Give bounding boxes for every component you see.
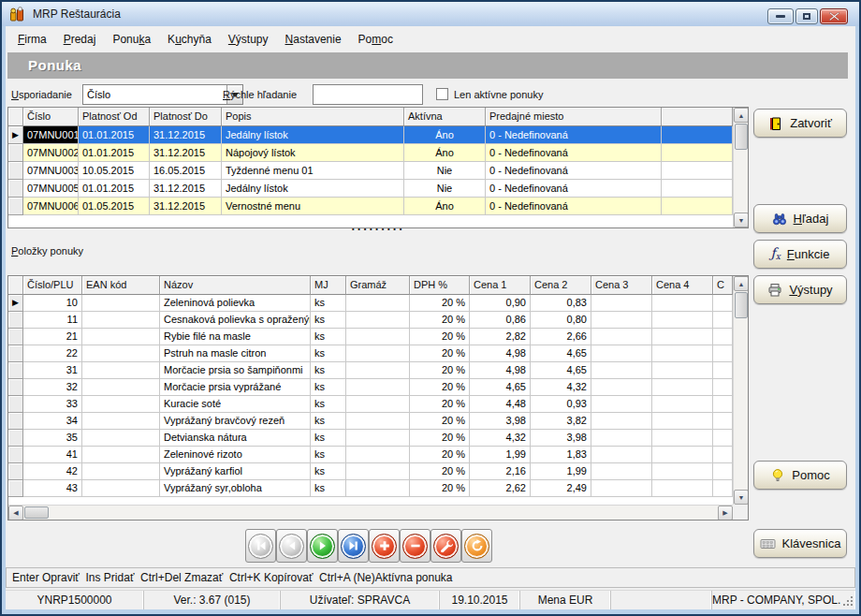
row-selector-cell [8,144,23,162]
grid-cell: 0 - Nedefinovaná [486,162,662,180]
row-selector-header [8,108,23,126]
refresh-record-button[interactable] [461,529,492,563]
scrollbar-arrow-left-icon[interactable]: ◀ [8,506,23,521]
grid-cell: 2,16 [470,463,531,480]
close-button[interactable]: Zatvoriť [753,109,847,138]
help-button[interactable]: Pomoc [753,461,847,490]
grid-row[interactable]: ▶10Zeleninová polievkaks20 %0,900,83 [8,295,748,312]
splitter-handle[interactable] [7,225,749,238]
last-record-button[interactable] [338,529,369,563]
menu-item-ponuka[interactable]: Ponuka [104,29,159,50]
grid-cell [591,379,652,396]
grid-row[interactable]: 35Detvianska náturaks20 %4,323,98 [8,430,748,447]
scrollbar-thumb[interactable] [24,506,49,519]
grid-cell: 31.12.2015 [150,198,222,215]
column-header[interactable]: EAN kód [82,276,160,295]
column-header[interactable]: Platnosť Od [79,108,150,126]
column-header[interactable]: Platnosť Do [150,108,222,126]
scrollbar-arrow-up-icon[interactable]: ▲ [734,276,749,291]
vertical-scrollbar[interactable]: ▲▼ [733,276,748,505]
column-header[interactable]: Číslo/PLU [23,276,82,295]
grid-row[interactable]: 07MNU00310.05.201516.05.2015Tyždenné men… [8,162,748,180]
grid-cell: ks [311,463,346,480]
search-button[interactable]: Hľadaj [753,204,847,233]
column-header[interactable]: Gramáž [346,276,410,295]
grid-cell: 20 % [410,447,470,463]
grid-cell [346,379,410,396]
grid-cell: 4,98 [470,345,531,362]
vertical-scrollbar[interactable]: ▲▼ [733,108,748,227]
edit-record-button[interactable] [430,529,461,563]
horizontal-scrollbar[interactable]: ◀▶ [8,505,733,520]
next-record-button[interactable] [307,529,338,563]
scrollbar-arrow-right-icon[interactable]: ▶ [718,506,733,521]
sort-combobox[interactable]: Číslo [82,84,243,105]
grid-row[interactable]: 41Zeleninové rizotoks20 %1,991,83 [8,447,748,463]
menu-item-pomoc[interactable]: Pomoc [350,29,401,50]
menu-item-vystupy[interactable]: Výstupy [220,29,277,50]
insert-record-button[interactable] [369,529,400,563]
column-header[interactable]: MJ [311,276,346,295]
grid-cell [346,447,410,463]
column-header[interactable]: Aktívna [404,108,486,126]
grid-cell [346,362,410,379]
quick-search-label: Rýchle hľadanie [223,84,297,105]
grid-row[interactable]: 31Morčacie prsia so šampiňonmiks20 %4,98… [8,362,748,379]
grid-row[interactable]: 07MNU00501.01.201531.12.2015Jedálny líst… [8,180,748,198]
grid-cell: 31.12.2015 [150,144,222,162]
grid-row[interactable]: ▶07MNU00101.01.201531.12.2015Jedálny lís… [8,126,748,144]
menu-item-predaj[interactable]: Predaj [55,29,105,50]
scrollbar-thumb[interactable] [735,124,748,150]
grid-row[interactable]: 33Kuracie sotéks20 %4,480,93 [8,396,748,413]
grid-row[interactable]: 07MNU00601.05.201531.12.2015Vernostné me… [8,198,748,215]
grid-row[interactable]: 21Rybie filé na masleks20 %2,822,66 [8,329,748,345]
grid-cell: 34 [23,413,82,430]
column-header[interactable]: Názov [160,276,311,295]
scrollbar-thumb[interactable] [735,292,748,318]
active-only-checkbox[interactable] [436,88,448,100]
column-header[interactable]: Predajné miesto [486,108,662,126]
grid-cell: 2,66 [531,329,591,345]
grid-cell [346,345,410,362]
menu-item-kuchyna[interactable]: Kuchyňa [159,29,220,50]
grid-row[interactable]: 22Pstruh na masle citronks20 %4,984,65 [8,345,748,362]
column-header[interactable]: Číslo [23,108,79,126]
column-header[interactable]: Popis [222,108,404,126]
first-record-icon [248,534,273,559]
scrollbar-arrow-down-icon[interactable]: ▼ [734,490,749,505]
menu-item-firma[interactable]: Firma [9,29,55,50]
grid-cell: 10.05.2015 [79,162,150,180]
column-header[interactable]: Cena 2 [531,276,591,295]
scrollbar-arrow-up-icon[interactable]: ▲ [734,108,749,123]
column-header[interactable]: Cena 3 [591,276,652,295]
column-header[interactable]: DPH % [410,276,470,295]
grid-row[interactable]: 32Morčacie prsia vyprážanéks20 %4,654,32 [8,379,748,396]
keyboard-button[interactable]: Klávesnica [753,529,847,558]
outputs-button[interactable]: Výstupy [753,275,847,304]
grid-row[interactable]: 11Cesnaková polievka s opraženýmks20 %0,… [8,312,748,329]
grid-row[interactable]: 42Vyprážaný karfiolks20 %2,161,99 [8,463,748,480]
restore-button[interactable] [795,8,818,24]
grid-cell [591,463,652,480]
grid-row[interactable]: 34Vyprážaný bravčový rezeňks20 %3,983,82 [8,413,748,430]
grid-row[interactable]: 07MNU00201.01.201531.12.2015Nápojový lís… [8,144,748,162]
grid-cell: 0,90 [470,295,531,312]
grid-row[interactable]: 43Vyprážaný syr,oblohaks20 %2,622,49 [8,480,748,497]
row-selector-cell [8,162,23,180]
delete-record-button[interactable] [400,529,430,563]
column-header[interactable]: C [713,276,733,295]
grid-cell [713,362,733,379]
column-header[interactable]: Cena 1 [470,276,531,295]
bulb-icon [770,468,785,483]
grid-cell [82,430,160,447]
resize-grip[interactable] [851,604,853,606]
menu-item-nastavenie[interactable]: Nastavenie [277,29,350,50]
functions-button[interactable]: ƒxFunkcie [753,240,847,269]
grid-cell-filler [662,144,733,162]
grid-cell [591,345,652,362]
grid-cell: ks [311,379,346,396]
close-button[interactable] [820,8,848,24]
minimize-button[interactable] [767,8,794,24]
quick-search-input[interactable] [313,84,423,105]
column-header[interactable]: Cena 4 [652,276,713,295]
